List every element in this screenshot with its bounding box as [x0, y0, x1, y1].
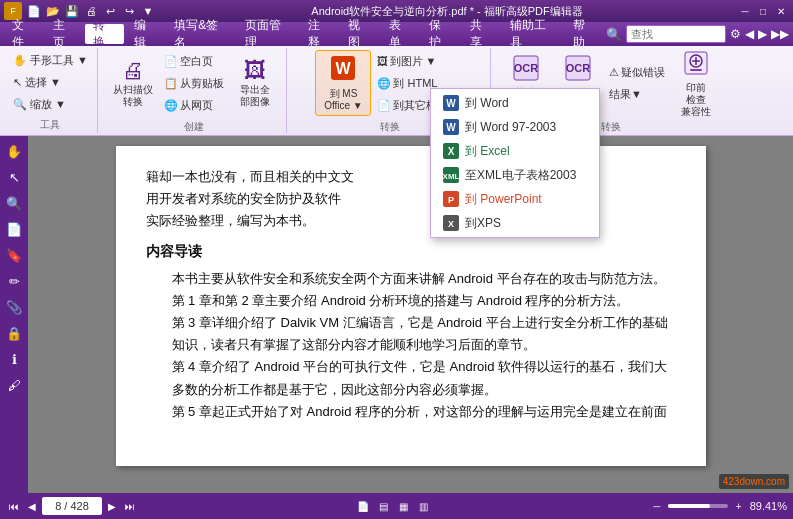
sidebar-page-tool[interactable]: 📄	[3, 218, 25, 240]
nav-more-icon[interactable]: ▶▶	[771, 27, 789, 41]
nav-forward-icon[interactable]: ▶	[758, 27, 767, 41]
html-icon: 🌐	[377, 77, 391, 90]
svg-text:X: X	[448, 219, 454, 229]
to-excel-item[interactable]: X 到 Excel	[431, 139, 599, 163]
menu-home[interactable]: 主页	[45, 24, 84, 44]
sidebar-hand-tool[interactable]: ✋	[3, 140, 25, 162]
to-xps-label: 到XPS	[465, 215, 501, 232]
minimize-button[interactable]: ─	[737, 4, 753, 18]
view-single-btn[interactable]: 📄	[355, 498, 371, 514]
menu-page-mgr[interactable]: 页面管理	[237, 24, 298, 44]
doc-para-1: 本书主要从软件安全和系统安全两个方面来讲解 Android 平台存在的攻击与防范…	[172, 268, 676, 290]
sidebar-lock-tool[interactable]: 🔒	[3, 322, 25, 344]
first-page-btn[interactable]: ⏮	[6, 498, 22, 514]
sidebar-bookmark-tool[interactable]: 🔖	[3, 244, 25, 266]
svg-text:XML: XML	[443, 172, 459, 181]
prev-page-btn[interactable]: ◀	[24, 498, 40, 514]
excel-icon: X	[443, 143, 459, 159]
page-navigation: ⏮ ◀ ▶ ⏭	[6, 497, 138, 515]
menu-help[interactable]: 帮助	[565, 24, 604, 44]
prepress-check-btn[interactable]: 印前检查兼容性	[671, 50, 721, 116]
view-split-btn[interactable]: ▥	[415, 498, 431, 514]
next-page-btn[interactable]: ▶	[104, 498, 120, 514]
view-grid-btn[interactable]: ▦	[395, 498, 411, 514]
menu-protect[interactable]: 保护	[421, 24, 460, 44]
zoom-out-btn[interactable]: ─	[649, 498, 665, 514]
to-excel-label: 到 Excel	[465, 143, 510, 160]
menu-fill-sign[interactable]: 填写&签名	[166, 24, 235, 44]
menu-view[interactable]: 视图	[340, 24, 379, 44]
zoom-icon: 🔍	[13, 98, 27, 111]
menu-file[interactable]: 文件	[4, 24, 43, 44]
menu-tools[interactable]: 辅助工具	[502, 24, 563, 44]
image-icon: 🖼	[377, 55, 388, 67]
menu-bar: 文件 主页 转换 编辑 填写&签名 页面管理 注释 视图 表单 保护 共享 辅助…	[0, 22, 793, 46]
svg-text:OCR: OCR	[566, 62, 591, 74]
close-button[interactable]: ✕	[773, 4, 789, 18]
ocr-error-icon: ⚠	[609, 66, 619, 79]
sidebar-arrow-tool[interactable]: ↖	[3, 166, 25, 188]
from-clipboard-btn[interactable]: 📋 从剪贴板	[160, 73, 228, 93]
scanner-icon: 🖨	[122, 58, 144, 84]
menu-convert[interactable]: 转换	[85, 24, 124, 44]
nav-back-icon[interactable]: ◀	[745, 27, 754, 41]
hand-tool-btn[interactable]: ✋ 手形工具 ▼	[10, 50, 91, 70]
other-icon: 📄	[377, 99, 391, 112]
ribbon-group-create: 🖨 从扫描仪转换 📄 空白页 📋 从剪贴板 🌐 从网页 🖼	[102, 48, 287, 133]
export-images-icon: 🖼	[244, 58, 266, 84]
prepress-label: 印前检查兼容性	[681, 82, 711, 118]
page-number-input[interactable]	[42, 497, 102, 515]
status-right: ─ + 89.41%	[649, 498, 787, 514]
select-dropdown[interactable]: ▼	[50, 76, 61, 88]
create-buttons: 🖨 从扫描仪转换 📄 空白页 📋 从剪贴板 🌐 从网页 🖼	[108, 50, 280, 116]
menu-share[interactable]: 共享	[462, 24, 501, 44]
to-xps-item[interactable]: X 到XPS	[431, 211, 599, 235]
ocr-error-btn[interactable]: ⚠ 疑似错误	[605, 62, 669, 82]
last-page-btn[interactable]: ⏭	[122, 498, 138, 514]
sidebar-zoom-tool[interactable]: 🔍	[3, 192, 25, 214]
select-tool-btn[interactable]: ↖ 选择 ▼	[10, 72, 91, 92]
search-settings-icon[interactable]: ⚙	[730, 27, 741, 41]
zoom-tool-btn[interactable]: 🔍 缩放 ▼	[10, 94, 91, 114]
svg-text:OCR: OCR	[514, 62, 539, 74]
sidebar-pen-tool[interactable]: ✏	[3, 270, 25, 292]
to-word-label: 到 Word	[465, 95, 509, 112]
title-bar-controls: ─ □ ✕	[737, 4, 789, 18]
zoom-in-btn[interactable]: +	[731, 498, 747, 514]
zoom-slider-fill	[668, 504, 710, 508]
menu-annotate[interactable]: 注释	[300, 24, 339, 44]
to-ms-office-btn[interactable]: W 到 MSOffice ▼	[315, 50, 371, 116]
blank-page-btn[interactable]: 📄 空白页	[160, 51, 228, 71]
menu-edit[interactable]: 编辑	[126, 24, 165, 44]
to-word97-item[interactable]: W 到 Word 97-2003	[431, 115, 599, 139]
ribbon: ✋ 手形工具 ▼ ↖ 选择 ▼ 🔍 缩放 ▼ 工具 🖨	[0, 46, 793, 136]
from-scanner-btn[interactable]: 🖨 从扫描仪转换	[108, 50, 158, 116]
create-group-label: 创建	[184, 118, 204, 134]
hand-tool-dropdown[interactable]: ▼	[77, 54, 88, 66]
to-image-btn[interactable]: 🖼 到图片 ▼	[373, 51, 465, 71]
content-area: ✋ ↖ 🔍 📄 🔖 ✏ 📎 🔒 ℹ 🖋 籍却一本也没有，而且相关的中文文 用开发…	[0, 136, 793, 493]
status-bar: ⏮ ◀ ▶ ⏭ 📄 ▤ ▦ ▥ ─ + 89.41%	[0, 493, 793, 519]
view-list-btn[interactable]: ▤	[375, 498, 391, 514]
menu-form[interactable]: 表单	[381, 24, 420, 44]
sidebar-sign-tool[interactable]: 🖋	[3, 374, 25, 396]
document-area[interactable]: 籍却一本也没有，而且相关的中文文 用开发者对系统的安全防护及软件 实际经验整理，…	[28, 136, 793, 493]
zoom-slider[interactable]	[668, 504, 728, 508]
sidebar-clip-tool[interactable]: 📎	[3, 296, 25, 318]
maximize-button[interactable]: □	[755, 4, 771, 18]
sidebar-info-tool[interactable]: ℹ	[3, 348, 25, 370]
search-input[interactable]	[626, 25, 726, 43]
export-all-images-btn[interactable]: 🖼 导出全部图像	[230, 50, 280, 116]
hand-icon: ✋	[13, 54, 27, 67]
zoom-dropdown[interactable]: ▼	[55, 98, 66, 110]
svg-text:W: W	[446, 98, 456, 109]
svg-text:X: X	[448, 146, 455, 157]
to-xml-item[interactable]: XML 至XML电子表格2003	[431, 163, 599, 187]
to-image-dropdown[interactable]: ▼	[425, 55, 436, 67]
zoom-level: 89.41%	[750, 500, 787, 512]
svg-rect-10	[690, 69, 702, 71]
from-web-btn[interactable]: 🌐 从网页	[160, 95, 228, 115]
to-ppt-item[interactable]: P 到 PowerPoint	[431, 187, 599, 211]
to-word-item[interactable]: W 到 Word	[431, 91, 599, 115]
ocr-result-btn[interactable]: 结果▼	[605, 84, 669, 104]
